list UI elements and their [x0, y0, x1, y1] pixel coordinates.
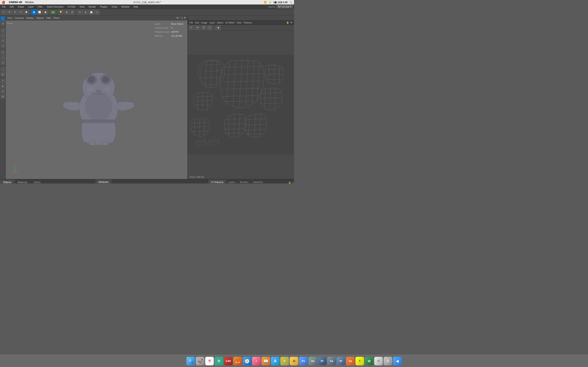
tool-rect[interactable]: □ [1, 28, 5, 33]
menu-render[interactable]: Render [88, 5, 97, 8]
menu-select-geometry[interactable]: Select Geometry [46, 5, 64, 8]
toolbar-cube-btn[interactable]: ⬡ [77, 9, 82, 15]
menu-file[interactable]: File [1, 5, 7, 8]
panel-lock-icon[interactable]: ◻ [181, 17, 183, 19]
uv-menu-uvmesh[interactable]: UV Mesh [225, 21, 234, 24]
tool-sep-3 [1, 66, 5, 66]
uv-tb-select[interactable]: ↖ [189, 25, 194, 30]
menu-window[interactable]: Window [121, 5, 130, 8]
menu-edit[interactable]: Edit [9, 5, 15, 8]
menu-tools[interactable]: Tools [78, 5, 85, 8]
svg-point-13 [104, 87, 110, 91]
menu-help[interactable]: Help [133, 5, 139, 8]
search-icon[interactable]: 🔍 [290, 1, 292, 4]
tool-paint[interactable]: ⬦ [1, 55, 5, 60]
tool-eraser[interactable]: ◻ [1, 60, 5, 65]
uv-menu-select[interactable]: Select [217, 21, 223, 24]
tool-brush[interactable]: ✏ [1, 50, 5, 55]
viewport-cameras-menu[interactable]: Cameras [15, 17, 24, 19]
tool-move[interactable]: ✛ [1, 21, 5, 26]
tab-materials[interactable]: Materials [15, 180, 31, 184]
uv-mapping-panel: UV Mapping Layers Brushes Swatches 🔒 ⚙ ⋮… [208, 179, 294, 184]
toolbar-3d-btn[interactable]: 3D [50, 10, 56, 14]
toolbar-rotate-btn[interactable]: ↻ [12, 9, 17, 15]
svg-rect-9 [102, 141, 108, 145]
menu-plugins[interactable]: Plugins [99, 5, 108, 8]
tab-brushes[interactable]: Brushes [238, 180, 251, 184]
tab-layers[interactable]: Layers [226, 180, 238, 184]
layout-dropdown[interactable]: BP UV Edit ▾ [277, 5, 293, 8]
viewport-display-menu[interactable]: Display [26, 17, 34, 19]
tool-magnet[interactable]: ⚙ [1, 94, 5, 99]
tab-uv-mapping[interactable]: UV Mapping [208, 180, 226, 184]
tab-colors[interactable]: Colors [30, 180, 44, 184]
tool-fill[interactable]: ▼ [1, 72, 5, 77]
uv-menu-layer[interactable]: Layer [209, 21, 215, 24]
toolbar-light-btn[interactable]: 💡 [58, 9, 63, 15]
toolbar-sphere-btn[interactable]: ● [83, 9, 88, 15]
layout-section: Layout: BP UV Edit ▾ [268, 5, 293, 8]
toolbar-mat-btn[interactable]: ◎ [70, 9, 75, 15]
toolbar-active-btn[interactable]: ◼ [31, 9, 36, 15]
uv-tb-left-arrow[interactable]: ◀ [215, 25, 221, 30]
toolbar-flat-btn[interactable]: ◼ [43, 9, 48, 15]
uv-canvas[interactable]: Zoom: 158.3% [188, 31, 294, 179]
wifi-icon: 📶 [264, 1, 267, 4]
menu-layer[interactable]: Layer [27, 5, 35, 8]
tool-star[interactable]: ★ [1, 84, 5, 89]
tool-lasso[interactable]: ∿ [1, 43, 5, 48]
toolbar-obj-btn[interactable]: ◇ [94, 9, 100, 15]
uv-menu-file[interactable]: File [190, 21, 193, 24]
svg-text:X: X [18, 172, 20, 174]
tool-pen[interactable]: ✒ [1, 89, 5, 94]
tool-sep-1 [1, 27, 5, 27]
uv-menu-edit[interactable]: Edit [195, 21, 199, 24]
app-name: CINEMA 4D [9, 1, 22, 4]
left-tool-panel: ↖ ✛ □ ○ ⬡ ∿ ✏ ⬦ ◻ ⋮ ▼ T ★ ✒ ⚙ [0, 16, 6, 179]
toolbar-cyl-btn[interactable]: ⬤ [89, 9, 94, 15]
toolbar-cam-btn[interactable]: ◈ [64, 9, 69, 15]
viewport-options-menu[interactable]: Options [36, 17, 44, 19]
tool-circle[interactable]: ○ [1, 33, 5, 38]
tab-objects[interactable]: Objects [0, 180, 15, 184]
toolbar-wire-btn[interactable]: ⬜ [37, 9, 42, 15]
frog-container [16, 28, 181, 173]
uv-editor: ⋮⋮ File Edit Image Layer Select UV Mesh … [188, 16, 294, 179]
svg-point-12 [87, 87, 94, 91]
viewport-view-menu[interactable]: View [7, 17, 12, 19]
uv-settings-icon2[interactable]: ⚙ [292, 182, 294, 184]
uv-panel-right-controls: 🔒 ⚙ [288, 182, 294, 184]
panel-arrow-icon[interactable]: ↕ [179, 17, 181, 19]
viewport-filter-menu[interactable]: Filter [46, 17, 51, 19]
toolbar-select-btn[interactable]: ↖ [1, 9, 6, 15]
main-toolbar: ↖ ✛ ↻ ⬡ ⬟ ◼ ⬜ ◼ 3D 💡 ◈ ◎ ⬡ ● ⬤ ◇ [0, 9, 294, 16]
uv-zoom-label: Zoom: 158.3% [190, 176, 204, 178]
uv-tb-scale[interactable]: ⬡ [207, 25, 212, 30]
tool-poly[interactable]: ⬡ [1, 38, 5, 43]
uv-tb-rotate[interactable]: ↻ [201, 25, 206, 30]
menu-filter[interactable]: Filter [37, 5, 43, 8]
uv-menu-textures[interactable]: Textures [243, 21, 252, 24]
tool-text[interactable]: T [1, 79, 5, 83]
window-menu[interactable]: Window [25, 1, 34, 4]
panel-resize-icon[interactable]: ⊞ [177, 17, 178, 19]
toolbar-scale-btn[interactable]: ⬡ [18, 9, 23, 15]
menu-uv-edit[interactable]: UV Edit [67, 5, 76, 8]
battery-label: 🔋 [269, 1, 272, 4]
toolbar-render-btn[interactable]: ⬟ [24, 9, 29, 15]
uv-menu-image[interactable]: Image [201, 21, 208, 24]
tab-swatches[interactable]: Swatches [251, 180, 265, 184]
tab-attributes[interactable]: Attributes [95, 180, 111, 184]
uv-settings-icon[interactable]: ⚙ [290, 21, 292, 24]
toolbar-move-btn[interactable]: ✛ [7, 9, 12, 15]
uv-menu-view[interactable]: View [237, 21, 242, 24]
tool-eyedrop[interactable]: ⋮ [1, 67, 5, 72]
tool-pointer[interactable]: ↖ [1, 16, 5, 21]
main-content: ↖ ✛ □ ○ ⬡ ∿ ✏ ⬦ ◻ ⋮ ▼ T ★ ✒ ⚙ View Camer… [0, 16, 294, 179]
panel-config-icon[interactable]: ⚙ [184, 17, 186, 19]
viewport-label: Front [7, 22, 13, 25]
uv-tb-move[interactable]: ✛ [195, 25, 200, 30]
menu-image[interactable]: Image [17, 5, 25, 8]
viewport-panel-menu[interactable]: Panel [54, 17, 60, 19]
menu-script[interactable]: Script [111, 5, 118, 8]
